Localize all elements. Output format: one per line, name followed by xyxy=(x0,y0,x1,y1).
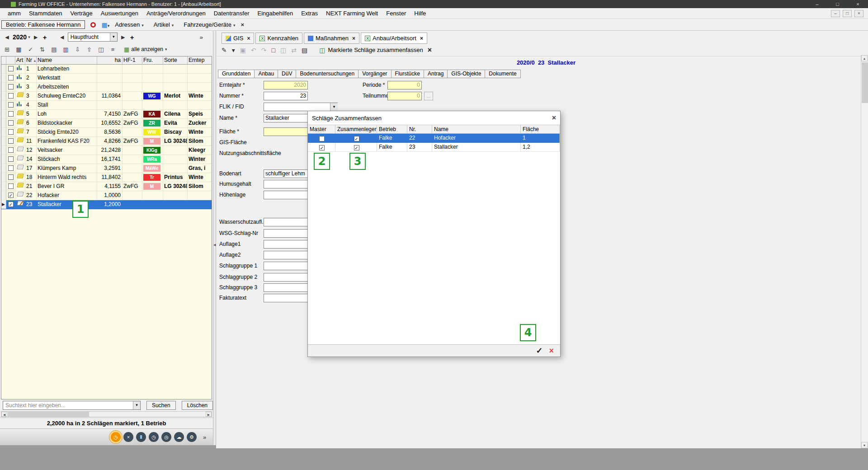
table-row[interactable]: 18Hinterm Wald rechts11,8402TrPrintusWin… xyxy=(1,173,212,182)
form-tab-gis-objekte[interactable]: GIS-Objekte xyxy=(448,70,485,78)
table-row[interactable]: 4Stall xyxy=(1,101,212,110)
dropdown-arrow-icon[interactable]: ▾ xyxy=(232,47,235,54)
mdi-minimize-icon[interactable]: – xyxy=(831,10,840,17)
form-tab-dokumente[interactable]: Dokumente xyxy=(485,70,520,78)
table-row[interactable]: 3Arbeitszeiten xyxy=(1,83,212,92)
scroll-up-icon[interactable]: ▲ xyxy=(861,55,868,61)
tab-ma-nahmen[interactable]: Maßnahmen× xyxy=(304,33,359,44)
settings-circle-icon[interactable]: ⚙ xyxy=(187,432,197,442)
table-row[interactable]: 12Veitsacker21,2428KlGgKleegr xyxy=(1,146,212,155)
flaeche-field[interactable] xyxy=(264,127,308,136)
menu-item-extras[interactable]: Extras xyxy=(297,8,322,19)
year-selector[interactable]: 2020▾ xyxy=(13,33,30,41)
column-header-ha[interactable]: ha xyxy=(97,56,123,65)
prev-year-icon[interactable]: ◀ xyxy=(4,34,10,40)
column-header-sorte[interactable]: Sorte xyxy=(163,56,188,65)
row-checkbox[interactable] xyxy=(6,83,15,92)
merge-action-button[interactable]: ◫ Markierte Schläge zusammenfassen xyxy=(319,47,423,54)
column-header-hf-1[interactable]: HF-1 xyxy=(123,56,142,65)
add-year-button[interactable]: + xyxy=(42,33,48,41)
wasserschutz-field[interactable] xyxy=(264,218,308,226)
table-row[interactable]: 3Schulweg ErnteC2011,0364WGMerlotWinte xyxy=(1,92,212,101)
form-tab-anbau[interactable]: Anbau xyxy=(255,70,278,78)
tab-kennzahlen[interactable]: XKennzahlen xyxy=(255,33,302,44)
tab-close-icon[interactable]: × xyxy=(352,35,355,42)
vertical-scrollbar[interactable]: ▲ ▼ xyxy=(861,55,868,448)
bodenart-field[interactable]: schluffiger Lehm xyxy=(264,169,308,178)
time-tracking-icon[interactable]: ◷ xyxy=(111,432,121,442)
import-icon[interactable]: ⇧ xyxy=(85,46,93,53)
mdi-close-icon[interactable]: × xyxy=(854,10,863,17)
scrollbar-thumb[interactable] xyxy=(862,62,868,103)
form-tab-flurst-cke[interactable]: Flurstücke xyxy=(392,70,424,78)
row-checkbox[interactable]: ✓ xyxy=(6,191,15,200)
wsg-field[interactable] xyxy=(264,229,308,238)
form-tab-antrag[interactable]: Antrag xyxy=(424,70,448,78)
column-header-fru[interactable]: Fru. xyxy=(142,56,163,65)
master-checkbox[interactable] xyxy=(308,134,335,143)
fakturatext-field[interactable] xyxy=(264,294,308,302)
menu-item-eingabehilfen[interactable]: Eingabehilfen xyxy=(253,8,297,19)
select-grid-icon[interactable]: ⊞ xyxy=(3,46,11,53)
auflage1-field[interactable] xyxy=(264,240,308,249)
table-row[interactable]: ▶✓23Stallacker1,2000 xyxy=(1,200,212,209)
draw-icon[interactable]: ✎ xyxy=(222,47,227,54)
row-checkbox[interactable] xyxy=(6,74,15,83)
target-circle-icon[interactable]: ◎ xyxy=(161,432,171,442)
confirm-button[interactable]: ✓ xyxy=(536,346,542,356)
merge-checkbox[interactable]: ✓ xyxy=(335,143,377,152)
row-checkbox[interactable] xyxy=(6,101,15,110)
row-checkbox[interactable] xyxy=(6,155,15,164)
row-checkbox[interactable] xyxy=(6,119,15,128)
table-row[interactable]: 14Stöckach16,1741WRaWinter xyxy=(1,155,212,164)
humusgehalt-field[interactable] xyxy=(264,180,308,188)
new-record-icon[interactable]: □ xyxy=(271,47,275,54)
periode-field[interactable]: 0 xyxy=(387,81,422,89)
dialog-row[interactable]: ✓✓Falke23Stallacker1,2 xyxy=(308,143,560,152)
cancel-button[interactable]: × xyxy=(549,346,554,356)
row-checkbox[interactable] xyxy=(6,128,15,137)
scroll-left-icon[interactable]: ◀ xyxy=(1,412,7,417)
row-checkbox[interactable] xyxy=(6,137,15,146)
menu-item-vertr-ge[interactable]: Verträge xyxy=(66,8,97,19)
list-icon[interactable]: ▤ xyxy=(302,47,307,54)
row-checkbox[interactable] xyxy=(6,146,15,155)
row-checkbox[interactable] xyxy=(6,164,15,173)
clear-button[interactable]: Löschen xyxy=(182,401,213,410)
auflage2-field[interactable] xyxy=(264,251,308,259)
fruit-dropdown-icon[interactable]: ▾ xyxy=(110,33,117,41)
row-checkbox[interactable] xyxy=(6,92,15,101)
table-row[interactable]: 7Stöckig ErnteJ208,5636WWBiscayWinte xyxy=(1,128,212,137)
export-icon[interactable]: ⇩ xyxy=(74,46,81,53)
context-menu-fahrzeuge-ger-te[interactable]: Fahrzeuge/Geräte▾ xyxy=(184,21,235,28)
column-header-blank[interactable] xyxy=(1,56,6,65)
menu-item-amm[interactable]: amm xyxy=(4,8,25,19)
prev-fruit-icon[interactable]: ◀ xyxy=(59,34,66,40)
scroll-right-icon[interactable]: ▶ xyxy=(206,412,212,417)
tab-anbau-arbeitsort[interactable]: XAnbau/Arbeitsort× xyxy=(361,33,427,44)
row-checkbox[interactable] xyxy=(6,65,15,74)
table-row[interactable]: 2Werkstatt xyxy=(1,74,212,83)
table-row[interactable]: 5Loh7,4150ZwFGKACilenaSpeis xyxy=(1,110,212,119)
menu-item-antr-ge-verordnungen[interactable]: Anträge/Verordnungen xyxy=(142,8,210,19)
horizontal-scrollbar[interactable]: ◀ ▶ xyxy=(1,411,212,417)
cancel-circle-icon[interactable]: × xyxy=(123,432,133,442)
row-checkbox[interactable] xyxy=(6,182,15,191)
search-button[interactable]: Suchen xyxy=(146,401,176,410)
mdi-restore-icon[interactable]: □ xyxy=(843,10,852,17)
dialog-titlebar[interactable]: Schläge Zusammenfassen × xyxy=(308,111,560,125)
merge-checkbox[interactable]: ✓ xyxy=(335,134,377,143)
catalog-icon[interactable]: ▦▾ xyxy=(101,21,109,28)
menu-item-next-farming-welt[interactable]: NEXT Farming Welt xyxy=(322,8,382,19)
close-button[interactable]: × xyxy=(848,0,868,8)
column-header-name[interactable]: Name xyxy=(37,56,97,65)
close-context-icon[interactable]: × xyxy=(241,21,244,28)
cloud-circle-icon[interactable]: ☁ xyxy=(174,432,184,442)
menu-item-hilfe[interactable]: Hilfe xyxy=(410,8,430,19)
name-field[interactable]: Stallacker xyxy=(264,114,308,122)
scroll-down-icon[interactable]: ▼ xyxy=(861,442,868,448)
table-row[interactable]: 21Bever I GR4,1155ZwFGMLG 30248Silom xyxy=(1,182,212,191)
betrieb-selector[interactable]: Betrieb: Falkensee Hermann xyxy=(1,20,85,29)
table-row[interactable]: ✓22Hofacker1,0000 xyxy=(1,191,212,200)
scrollbar-thumb[interactable] xyxy=(8,412,89,417)
